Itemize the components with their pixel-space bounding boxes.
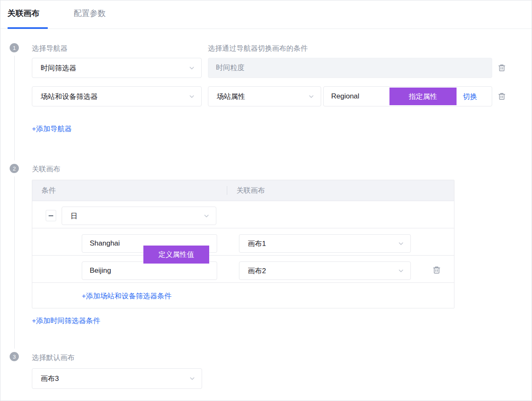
tab-config-params[interactable]: 配置参数: [74, 8, 106, 19]
canvas-condition-table: 条件 关联画布 日 画布1 定义属性值: [32, 180, 454, 308]
table-row: +添加场站和设备筛选器条件: [32, 282, 454, 308]
chevron-down-icon: [397, 267, 405, 274]
chevron-down-icon: [203, 212, 210, 220]
trash-icon: [497, 63, 506, 72]
trash-icon: [432, 265, 441, 275]
table-row: 画布2: [32, 255, 454, 282]
delete-navigator-1-button[interactable]: [497, 63, 507, 73]
collapse-row-button[interactable]: [46, 210, 56, 221]
chevron-down-icon: [189, 375, 196, 382]
active-tab-indicator: [8, 27, 48, 29]
table-row: 日: [32, 201, 454, 228]
station-attribute-select[interactable]: 场站属性: [208, 86, 321, 106]
step-connector-2: [14, 176, 15, 349]
delete-condition-row-button[interactable]: [431, 265, 441, 275]
specify-attribute-annotation: 指定属性: [389, 88, 457, 105]
define-attribute-value-annotation: 定义属性值: [143, 246, 209, 264]
table-header: 条件 关联画布: [32, 180, 454, 201]
chevron-down-icon: [308, 93, 315, 100]
minus-icon: [49, 215, 53, 216]
canvas-select-2-value: 画布2: [248, 266, 266, 276]
condition-value-input-2[interactable]: [82, 261, 217, 280]
navigator-select-1[interactable]: 时间筛选器: [32, 58, 202, 78]
column-header-canvas: 关联画布: [236, 186, 265, 195]
delete-navigator-2-button[interactable]: [497, 91, 507, 101]
navigator-select-2[interactable]: 场站和设备筛选器: [32, 86, 202, 106]
switch-link[interactable]: 切换: [463, 92, 477, 101]
table-row: 画布1: [32, 228, 454, 255]
add-station-condition-link[interactable]: +添加场站和设备筛选器条件: [82, 291, 171, 301]
step-connector-1: [14, 56, 15, 160]
column-header-condition: 条件: [42, 186, 56, 195]
add-time-condition-link[interactable]: +添加时间筛选器条件: [32, 316, 100, 326]
chevron-down-icon: [397, 240, 405, 247]
step-3-badge: 3: [10, 352, 19, 361]
step-3-title: 选择默认画布: [32, 353, 75, 362]
step-1-badge: 1: [10, 43, 19, 52]
navigator-select-2-value: 场站和设备筛选器: [41, 92, 98, 101]
time-condition-select-value: 日: [70, 211, 78, 221]
canvas-select-1-value: 画布1: [248, 239, 266, 248]
step-2-title: 关联画布: [32, 164, 60, 174]
tab-link-canvas[interactable]: 关联画布: [8, 8, 39, 19]
tab-bar: 关联画布 配置参数: [0, 0, 532, 29]
chevron-down-icon: [188, 65, 195, 72]
trash-icon: [497, 92, 506, 101]
navigator-select-1-value: 时间筛选器: [41, 63, 76, 73]
default-canvas-select[interactable]: 画布3: [32, 368, 202, 389]
canvas-select-1[interactable]: 画布1: [239, 234, 411, 253]
chevron-down-icon: [188, 93, 195, 100]
step-2-badge: 2: [10, 164, 19, 173]
time-granularity-input[interactable]: [208, 58, 492, 78]
step-1-title: 选择导航器: [32, 44, 67, 53]
column-divider: [227, 186, 227, 195]
link-canvas-panel: 关联画布 配置参数 1 选择导航器 选择通过导航器切换画布的条件 时间筛选器 场…: [0, 0, 532, 401]
time-condition-select[interactable]: 日: [62, 207, 216, 225]
canvas-select-2[interactable]: 画布2: [239, 261, 411, 280]
default-canvas-select-value: 画布3: [41, 374, 59, 383]
station-attribute-select-value: 场站属性: [217, 92, 245, 101]
step-1-condition-title: 选择通过导航器切换画布的条件: [208, 44, 308, 53]
add-navigator-link[interactable]: +添加导航器: [32, 124, 72, 134]
